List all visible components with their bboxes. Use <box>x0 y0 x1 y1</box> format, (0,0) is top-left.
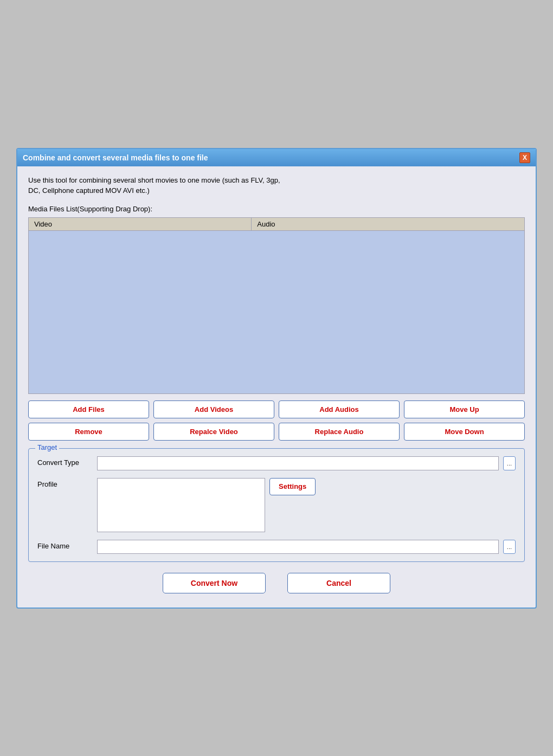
file-list-header: Video Audio <box>29 218 524 231</box>
add-videos-button[interactable]: Add Videos <box>153 400 274 418</box>
video-column-header: Video <box>29 218 252 230</box>
close-button[interactable]: X <box>519 152 530 163</box>
file-name-label: File Name <box>37 540 97 550</box>
replace-video-button[interactable]: Repalce Video <box>153 423 274 441</box>
file-name-input[interactable] <box>97 540 499 554</box>
dialog-title: Combine and convert several media files … <box>23 153 208 162</box>
add-audios-button[interactable]: Add Audios <box>279 400 400 418</box>
convert-now-button[interactable]: Convert Now <box>163 573 266 593</box>
file-list-body[interactable] <box>29 231 524 393</box>
title-bar: Combine and convert several media files … <box>17 149 536 166</box>
main-dialog: Combine and convert several media files … <box>16 148 537 609</box>
remove-button[interactable]: Remove <box>28 423 149 441</box>
profile-row: Profile Settings <box>37 478 516 532</box>
convert-type-input-area: ... <box>97 456 516 470</box>
add-files-button[interactable]: Add Files <box>28 400 149 418</box>
profile-textarea[interactable] <box>97 478 265 532</box>
convert-type-label: Convert Type <box>37 456 97 467</box>
description: Use this tool for combining several shor… <box>28 175 525 196</box>
audio-column-header: Audio <box>252 218 524 230</box>
file-name-input-area: ... <box>97 540 516 554</box>
cancel-button[interactable]: Cancel <box>287 573 390 593</box>
convert-type-browse-button[interactable]: ... <box>503 456 516 470</box>
file-name-browse-button[interactable]: ... <box>503 540 516 554</box>
target-group: Target Convert Type ... Profile Settings <box>28 448 525 562</box>
move-up-button[interactable]: Move Up <box>404 400 525 418</box>
action-buttons: Add Files Add Videos Add Audios Move Up … <box>28 400 525 441</box>
file-list-container: Video Audio <box>28 217 525 394</box>
bottom-buttons: Convert Now Cancel <box>28 573 525 593</box>
convert-type-row: Convert Type ... <box>37 456 516 470</box>
description-line1: Use this tool for combining several shor… <box>28 176 280 184</box>
profile-area: Settings <box>97 478 516 532</box>
dialog-content: Use this tool for combining several shor… <box>17 166 536 608</box>
file-name-row: File Name ... <box>37 540 516 554</box>
replace-audio-button[interactable]: Replace Audio <box>279 423 400 441</box>
move-down-button[interactable]: Move Down <box>404 423 525 441</box>
media-files-label: Media Files List(Supporting Drag Drop): <box>28 205 525 213</box>
settings-button[interactable]: Settings <box>269 478 316 495</box>
convert-type-input[interactable] <box>97 456 499 470</box>
description-line2: DC, Cellphone captured MOV AVI etc.) <box>28 186 150 195</box>
profile-label: Profile <box>37 478 97 488</box>
target-legend: Target <box>35 443 59 451</box>
